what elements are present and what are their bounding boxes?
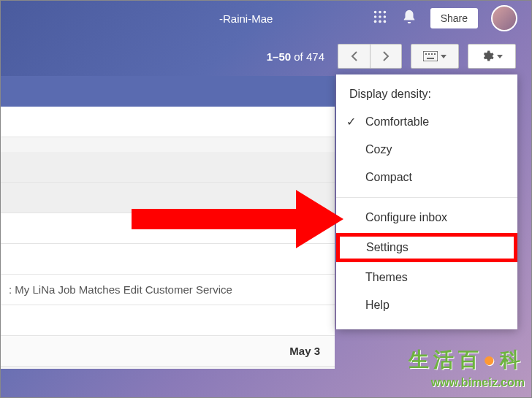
mail-row[interactable] (0, 244, 335, 275)
settings-gear-button[interactable] (468, 44, 516, 69)
svg-point-4 (379, 15, 381, 18)
mail-row[interactable] (0, 107, 335, 137)
mail-list: : My LiNa Job Matches Edit Customer Serv… (0, 76, 335, 369)
account-name: -Raini-Mae (219, 12, 273, 25)
help-item[interactable]: Help (336, 291, 517, 319)
svg-point-8 (383, 20, 386, 23)
svg-rect-13 (434, 53, 436, 55)
themes-item[interactable]: Themes (336, 264, 517, 291)
svg-rect-10 (425, 53, 427, 55)
pagination-nav (338, 44, 402, 69)
pagination-label: 1–50 of 474 (267, 50, 324, 63)
dropdown-header: Display density: (336, 85, 517, 108)
settings-item[interactable]: Settings (336, 233, 517, 262)
prev-page-button[interactable] (338, 44, 370, 69)
svg-rect-11 (428, 53, 430, 55)
dropdown-separator (336, 197, 517, 198)
notifications-icon[interactable] (401, 9, 417, 28)
avatar[interactable] (491, 5, 517, 31)
mail-row[interactable] (0, 183, 335, 213)
caret-down-icon (497, 55, 503, 58)
mail-header-bar (0, 76, 335, 107)
mail-row[interactable]: : My LiNa Job Matches Edit Customer Serv… (0, 275, 335, 305)
svg-rect-12 (431, 53, 433, 55)
svg-point-3 (373, 15, 376, 18)
settings-dropdown: Display density: Comfortable Cozy Compac… (336, 74, 517, 329)
mail-row[interactable] (0, 152, 335, 183)
svg-point-6 (373, 20, 376, 23)
svg-rect-14 (427, 58, 434, 59)
svg-point-1 (379, 11, 381, 14)
svg-point-0 (373, 11, 376, 14)
share-button[interactable]: Share (430, 8, 478, 28)
mail-row[interactable] (0, 213, 335, 244)
caret-down-icon (441, 55, 446, 58)
mail-date-label: May 3 (0, 336, 335, 367)
svg-point-2 (383, 11, 386, 14)
configure-inbox-item[interactable]: Configure inbox (336, 204, 517, 231)
mail-row[interactable] (0, 305, 335, 336)
apps-icon[interactable] (372, 9, 388, 28)
svg-point-7 (379, 20, 381, 23)
next-page-button[interactable] (370, 44, 402, 69)
svg-rect-9 (423, 51, 438, 61)
svg-point-5 (383, 15, 386, 18)
density-comfortable-item[interactable]: Comfortable (336, 108, 517, 136)
watermark: 生活百●科 www.bimeiz.com (408, 345, 525, 391)
input-tools-button[interactable] (411, 44, 459, 69)
density-compact-item[interactable]: Compact (336, 164, 517, 191)
density-cozy-item[interactable]: Cozy (336, 136, 517, 164)
